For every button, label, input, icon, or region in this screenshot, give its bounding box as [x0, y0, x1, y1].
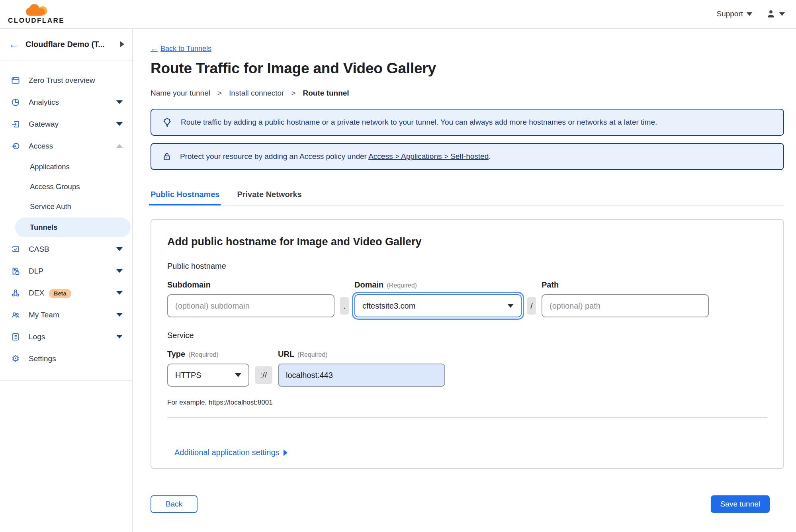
account-switcher[interactable]: ← Cloudflare Demo (T... [0, 29, 132, 61]
chevron-down-icon [116, 313, 123, 317]
domain-label: Domain [354, 280, 383, 289]
sidebar-item-logs[interactable]: Logs [0, 326, 132, 348]
domain-select-value: cftestsite3.com [362, 301, 415, 311]
save-tunnel-button[interactable]: Save tunnel [711, 495, 770, 513]
additional-settings-label: Additional application settings [174, 448, 280, 457]
sidebar-item-my-team[interactable]: My Team [0, 304, 132, 326]
sidebar-item-applications[interactable]: Applications [0, 157, 132, 177]
dropdown-caret-icon [507, 304, 514, 308]
sidebar-item-casb[interactable]: CASB [0, 238, 132, 260]
chevron-down-icon [116, 291, 123, 295]
access-policy-banner: Protect your resource by adding an Acces… [151, 143, 784, 170]
window-icon [10, 76, 21, 85]
sidebar-item-dlp[interactable]: DLP [0, 260, 132, 282]
top-header: CLOUDFLARE Support [0, 0, 796, 29]
page-title: Route Traffic for Image and Video Galler… [151, 60, 784, 77]
back-to-tunnels-link[interactable]: ← Back to Tunnels [151, 45, 211, 53]
tab-public-hostnames[interactable]: Public Hostnames [151, 190, 219, 205]
sidebar-item-dex[interactable]: DEXBeta [0, 282, 132, 304]
user-menu[interactable] [766, 9, 785, 19]
pie-chart-icon [10, 98, 21, 107]
people-icon [10, 310, 21, 320]
chevron-down-icon [116, 122, 123, 126]
chevron-up-icon [116, 144, 123, 148]
url-example-hint: For example, https://localhost:8001 [167, 399, 767, 407]
dot-separator: . [340, 297, 349, 315]
wizard-footer: Back Save tunnel [151, 495, 784, 513]
sidebar-item-access-groups[interactable]: Access Groups [0, 177, 132, 197]
sidebar-item-label: Settings [29, 354, 123, 363]
gear-icon: ⚙ [10, 354, 21, 363]
public-hostname-card: Add public hostname for Image and Video … [151, 219, 784, 469]
chevron-down-icon [116, 335, 123, 338]
public-hostname-section-label: Public hostname [167, 262, 767, 271]
chevron-down-icon [116, 247, 123, 251]
sidebar-item-analytics[interactable]: Analytics [0, 91, 132, 113]
tip-banner-text: Route traffic by adding a public hostnam… [181, 118, 657, 127]
additional-application-settings-link[interactable]: Additional application settings [174, 448, 287, 457]
casb-icon [10, 244, 21, 254]
sidebar-item-label: My Team [29, 311, 108, 319]
card-title: Add public hostname for Image and Video … [167, 236, 767, 248]
chevron-right-icon [284, 450, 287, 456]
dropdown-caret-icon [235, 373, 241, 377]
back-arrow-icon: ← [151, 45, 158, 53]
sidebar-item-label: Logs [29, 332, 108, 341]
sidebar-item-tunnels[interactable]: Tunnels [15, 217, 131, 237]
sidebar-item-settings[interactable]: ⚙ Settings [0, 348, 132, 370]
tab-bar: Public Hostnames Private Networks [151, 190, 784, 205]
cloudflare-cloud-icon [23, 4, 49, 16]
account-name: Cloudflare Demo (T... [25, 40, 113, 49]
cloudflare-wordmark: CLOUDFLARE [8, 17, 65, 24]
beta-badge: Beta [49, 289, 71, 298]
step-separator: > [291, 89, 295, 98]
sidebar-subitem-label: Tunnels [30, 223, 58, 232]
step-route-tunnel: Route tunnel [303, 89, 349, 98]
back-link-label: Back to Tunnels [160, 45, 211, 53]
access-icon [10, 141, 21, 151]
support-label: Support [716, 10, 743, 18]
type-required-hint: (Required) [188, 351, 219, 358]
main-content: ← Back to Tunnels Route Traffic for Imag… [133, 29, 796, 532]
sidebar-nav: Zero Trust overview Analytics Gateway [0, 61, 132, 381]
breadcrumb-steps: Name your tunnel > Install connector > R… [151, 89, 784, 98]
sidebar-item-gateway[interactable]: Gateway [0, 113, 132, 135]
back-arrow-icon[interactable]: ← [9, 38, 19, 51]
access-policy-banner-text: Protect your resource by adding an Acces… [180, 152, 491, 161]
tab-private-networks[interactable]: Private Networks [237, 190, 301, 205]
type-label: Type [167, 350, 185, 358]
tip-banner: Route traffic by adding a public hostnam… [151, 109, 784, 136]
sidebar-item-label: Access [29, 142, 108, 151]
sidebar-divider [0, 380, 132, 381]
slash-separator: / [527, 297, 536, 315]
scheme-separator: :// [255, 366, 272, 384]
step-name-your-tunnel[interactable]: Name your tunnel [151, 89, 210, 98]
card-divider [167, 417, 767, 418]
lock-icon [162, 151, 172, 162]
support-menu[interactable]: Support [716, 10, 752, 18]
lightbulb-icon [162, 117, 173, 128]
sidebar-subitem-label: Applications [30, 162, 70, 171]
sidebar-item-service-auth[interactable]: Service Auth [0, 197, 132, 217]
service-section-label: Service [167, 331, 767, 340]
sidebar-item-label: Analytics [29, 98, 108, 107]
service-url-input[interactable] [278, 364, 445, 387]
domain-select[interactable]: cftestsite3.com [354, 294, 522, 317]
sidebar-item-label: Zero Trust overview [29, 76, 123, 85]
step-install-connector[interactable]: Install connector [229, 89, 284, 98]
back-button[interactable]: Back [151, 495, 198, 513]
service-type-select[interactable]: HTTPS [167, 364, 249, 387]
path-label: Path [542, 280, 709, 289]
sidebar-item-zero-trust-overview[interactable]: Zero Trust overview [0, 69, 132, 91]
gateway-icon [10, 119, 21, 129]
chevron-right-icon[interactable] [120, 41, 124, 47]
document-lock-icon [10, 266, 21, 276]
chevron-down-icon [747, 12, 752, 16]
subdomain-input[interactable] [167, 294, 334, 317]
sidebar-item-label: CASB [29, 245, 108, 254]
sidebar-item-access[interactable]: Access [0, 135, 132, 157]
sidebar-subitem-label: Access Groups [30, 182, 80, 191]
log-list-icon [10, 332, 21, 342]
path-input[interactable] [542, 294, 709, 317]
access-applications-self-hosted-link[interactable]: Access > Applications > Self-hosted [368, 152, 489, 160]
